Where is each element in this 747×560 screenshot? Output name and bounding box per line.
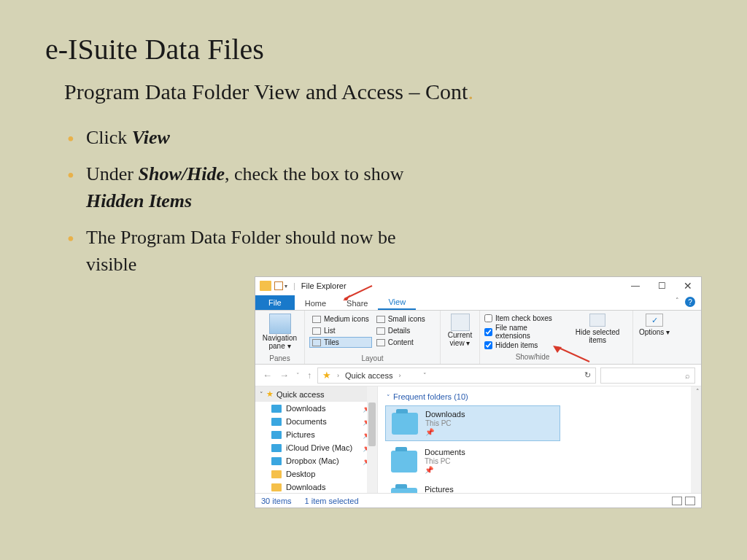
nav-up-button[interactable]: ↑ [306,370,313,381]
window-title: File Explorer [298,281,347,290]
tab-home[interactable]: Home [295,296,336,310]
ribbon-group-layout: Medium icons List Tiles Small icons Deta… [305,311,441,364]
folder-icon [392,413,418,435]
star-icon: ★ [266,389,274,399]
sidebar-item[interactable]: Documents📌 [255,415,377,428]
content-scrollbar[interactable]: ˄ [691,386,701,493]
bullet-list: Click View Under Show/Hide, check the bo… [0,104,747,278]
maximize-button[interactable]: ☐ [649,277,675,295]
view-mode-tiles-button[interactable] [685,497,695,505]
ribbon-group-panes: Navigation pane ▾ Panes [255,311,305,364]
chevron-down-icon: ˅ [260,391,263,398]
minimize-button[interactable]: — [622,277,649,295]
sidebar-item[interactable]: Downloads📌 [255,402,377,415]
folder-icon [271,405,282,413]
folder-tile[interactable]: Pictures This PC 📌 [385,481,560,493]
options-button[interactable]: Options ▾ [638,328,671,336]
layout-tiles[interactable]: Tiles [309,337,372,348]
pin-icon: 📌 [425,428,465,437]
folder-tile[interactable]: Downloads This PC 📌 [385,405,560,441]
sidebar-item[interactable]: Desktop [255,467,377,481]
tab-file[interactable]: File [255,295,295,310]
folder-icon [271,470,282,478]
nav-back-button[interactable]: ← [261,370,274,381]
status-bar: 30 items 1 item selected [255,493,701,508]
folder-icon [271,431,282,439]
slide-title: e-ISuite Data Files [0,0,747,66]
subtitle-text: Program Data Folder View and Access – Co… [64,79,468,104]
status-selection: 1 item selected [305,497,359,505]
addr-dropdown-icon[interactable]: ˅ [421,372,429,379]
layout-details[interactable]: Details [374,325,428,336]
nav-forward-button[interactable]: → [278,370,290,381]
ribbon-group-options: ✓ Options ▾ [633,311,676,364]
current-view-icon[interactable] [451,314,470,331]
layout-content[interactable]: Content [374,337,428,348]
navigation-pane: ˅ ★ Quick access Downloads📌 Documents📌 P… [255,386,378,493]
ribbon: Navigation pane ▾ Panes Medium icons Lis… [255,311,701,365]
chevron-down-icon: ˅ [387,394,390,401]
layout-list[interactable]: List [309,325,372,336]
frequent-folders-header[interactable]: ˅Frequent folders (10) [385,391,694,405]
checkbox-item-check-boxes[interactable]: Item check boxes [484,314,561,322]
sidebar-item[interactable]: iCloud Drive (Mac)📌 [255,441,377,454]
navigation-pane-icon[interactable] [269,314,291,334]
subtitle-dot: . [468,79,473,104]
file-explorer-window: ▾ | File Explorer — ☐ ✕ File Home Share … [255,276,702,508]
refresh-button[interactable]: ↻ [584,370,591,380]
checkbox-file-name-extensions[interactable]: File name extensions [484,324,561,340]
navigation-pane-label[interactable]: Navigation pane ▾ [260,334,300,350]
checkbox-hidden-items[interactable]: Hidden items [484,341,561,349]
options-icon[interactable]: ✓ [646,314,663,327]
bullet-3: The Program Data Folder should now be vi… [64,225,429,278]
folder-icon [271,483,282,491]
bullet-2: Under Show/Hide, check the box to show H… [64,161,429,214]
ribbon-tabs: File Home Share View ˄ ? [255,295,701,311]
search-icon: ⌕ [685,371,690,380]
folder-icon [271,418,282,426]
sidebar-item[interactable]: Dropbox (Mac)📌 [255,454,377,467]
annotation-arrow-hidden [551,346,592,365]
tab-view[interactable]: View [378,295,416,310]
layout-small-icons[interactable]: Small icons [374,314,428,324]
content-pane: ˅Frequent folders (10) Downloads This PC… [378,386,701,493]
sidebar-scrollbar[interactable] [367,386,377,493]
nav-recent-dropdown[interactable]: ˅ [295,372,301,379]
address-bar-row: ← → ˅ ↑ ★ › Quick access › ˅ ↻ ⌕ [255,365,701,386]
app-icon [260,281,271,291]
slide-subtitle: Program Data Folder View and Access – Co… [0,66,747,104]
qat-dropdown-icon[interactable]: ▾ [285,283,287,289]
search-input[interactable]: ⌕ [600,368,695,384]
annotation-arrow-view [343,283,379,300]
hide-selected-icon [589,314,605,327]
bullet-1: Click View [64,125,429,151]
titlebar: ▾ | File Explorer — ☐ ✕ [255,277,701,295]
collapse-ribbon-icon[interactable]: ˄ [676,297,679,304]
folder-icon [391,451,417,472]
status-item-count: 30 items [261,497,292,505]
address-bar[interactable]: ★ › Quick access › ˅ ↻ [317,368,596,384]
pin-icon: 📌 [425,466,465,475]
svg-line-2 [557,347,589,362]
sidebar-item[interactable]: Pictures📌 [255,428,377,441]
close-button[interactable]: ✕ [675,277,701,295]
sidebar-item[interactable]: Downloads [255,481,377,493]
folder-icon [271,444,282,452]
view-mode-details-button[interactable] [672,497,682,505]
help-icon[interactable]: ? [685,297,695,307]
folder-icon [391,488,417,493]
star-icon: ★ [322,370,331,381]
current-view-label[interactable]: Current view ▾ [445,331,475,347]
folder-tile[interactable]: Documents This PC 📌 [385,444,560,478]
qat-icon[interactable] [274,281,283,290]
layout-medium-icons[interactable]: Medium icons [309,314,372,324]
sidebar-quick-access-header[interactable]: ˅ ★ Quick access [255,386,377,402]
folder-icon [271,457,282,465]
